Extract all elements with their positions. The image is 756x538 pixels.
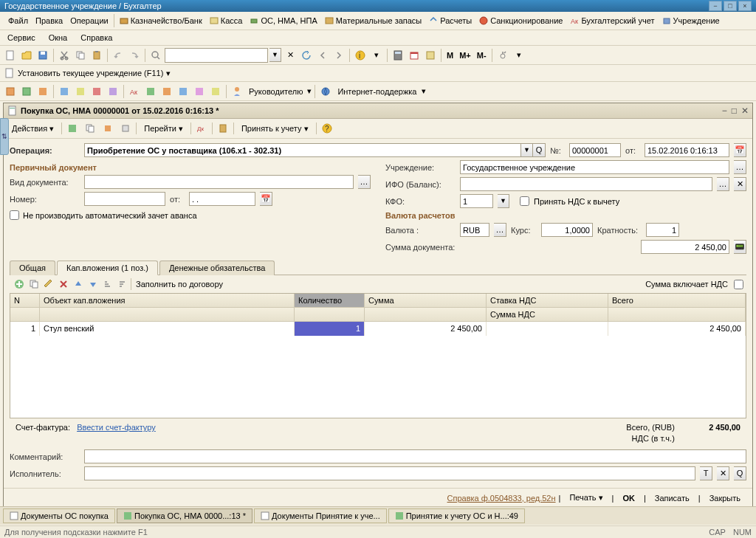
nds-checkbox[interactable] bbox=[520, 196, 529, 206]
report13-icon[interactable] bbox=[208, 84, 223, 99]
menu-service[interactable]: Сервис bbox=[4, 32, 38, 44]
maximize-button[interactable]: □ bbox=[724, 1, 737, 11]
open-icon[interactable] bbox=[19, 48, 34, 63]
doc-minimize[interactable]: − bbox=[722, 106, 727, 116]
executor-t[interactable]: T bbox=[700, 466, 712, 480]
ref-link[interactable]: Справка ф.0504833, ред.52н bbox=[447, 494, 556, 503]
report8-icon[interactable]: Ак bbox=[127, 84, 142, 99]
task-2[interactable]: Покупка ОС, НМА 0000...:13 * bbox=[117, 508, 252, 523]
copy-icon[interactable] bbox=[73, 48, 88, 63]
grid-delete-icon[interactable] bbox=[57, 277, 70, 291]
doc-type-input[interactable] bbox=[84, 175, 354, 189]
copy-doc-icon[interactable] bbox=[83, 121, 97, 136]
col-sum[interactable]: Сумма bbox=[365, 294, 487, 308]
goto-button[interactable]: Перейти ▾ bbox=[140, 123, 188, 135]
support-dropdown[interactable]: ▾ bbox=[422, 86, 426, 96]
cell-vat[interactable] bbox=[487, 322, 608, 336]
menu-help[interactable]: Справка bbox=[78, 32, 115, 44]
task-4[interactable]: Принятие к учету ОС и Н...:49 bbox=[388, 508, 525, 523]
doc-type-select[interactable]: … bbox=[358, 175, 371, 189]
set-institution-dropdown[interactable]: ▾ bbox=[166, 69, 171, 78]
num-input[interactable] bbox=[569, 143, 621, 157]
leader-button[interactable]: Руководителю bbox=[246, 87, 306, 96]
nav-fwd-icon[interactable] bbox=[331, 48, 346, 63]
menu-calc[interactable]: Расчеты bbox=[425, 14, 475, 27]
report5-icon[interactable] bbox=[73, 84, 88, 99]
menu-os[interactable]: ОС, НМА, НПА bbox=[246, 14, 320, 27]
grid-sort-desc-icon[interactable] bbox=[116, 277, 129, 291]
from-date-input[interactable] bbox=[189, 192, 255, 206]
tab-money[interactable]: Денежные обязательства bbox=[159, 261, 275, 275]
inst-select[interactable]: … bbox=[734, 160, 746, 174]
menu-edit[interactable]: Правка bbox=[32, 14, 66, 27]
memory-m-plus[interactable]: М+ bbox=[457, 51, 473, 60]
menu-treasury[interactable]: Казначейство/Банк bbox=[116, 14, 206, 27]
side-panel-toggle[interactable]: ⇅ bbox=[0, 118, 9, 155]
operation-input[interactable] bbox=[84, 143, 521, 157]
menu-cash[interactable]: Касса bbox=[206, 14, 247, 27]
report12-icon[interactable] bbox=[192, 84, 207, 99]
sf-link[interactable]: Ввести счет-фактуру bbox=[77, 423, 156, 432]
calendar-icon[interactable] bbox=[407, 48, 422, 63]
leader-dropdown[interactable]: ▾ bbox=[307, 86, 312, 96]
doc-maximize[interactable]: □ bbox=[732, 106, 737, 116]
menu-institution[interactable]: Учреждение bbox=[659, 14, 724, 27]
minimize-button[interactable]: − bbox=[709, 1, 722, 11]
report2-icon[interactable] bbox=[19, 84, 34, 99]
doc-close[interactable]: ✕ bbox=[741, 106, 749, 116]
ifo-clear[interactable]: ✕ bbox=[734, 177, 746, 191]
menu-operations[interactable]: Операции bbox=[66, 14, 111, 27]
undo-icon[interactable] bbox=[111, 48, 126, 63]
set-institution-link[interactable]: Установить текущее учреждение (F11) bbox=[18, 69, 163, 77]
help-icon[interactable]: ? bbox=[320, 121, 334, 136]
date-picker[interactable]: 📅 bbox=[734, 143, 746, 157]
stamp-icon[interactable] bbox=[100, 121, 115, 136]
incl-nds-checkbox[interactable] bbox=[734, 280, 743, 289]
new-doc-icon[interactable] bbox=[3, 48, 18, 63]
memory-m[interactable]: М bbox=[444, 51, 456, 60]
settings-dropdown[interactable]: ▾ bbox=[512, 48, 526, 63]
search-dropdown[interactable]: ▼ bbox=[269, 48, 281, 62]
save-icon[interactable] bbox=[35, 48, 50, 63]
accept-button[interactable]: Принять к учету ▾ bbox=[237, 123, 313, 135]
cell-n[interactable]: 1 bbox=[10, 322, 40, 336]
dk-icon[interactable]: Дк bbox=[194, 121, 209, 136]
task-1[interactable]: Документы ОС покупка bbox=[3, 508, 115, 523]
report6-icon[interactable] bbox=[89, 84, 104, 99]
executor-open[interactable]: Q bbox=[734, 466, 746, 480]
clear-search-icon[interactable]: ✕ bbox=[283, 48, 298, 63]
currency-select[interactable]: … bbox=[494, 223, 506, 237]
memory-m-minus[interactable]: М- bbox=[475, 51, 489, 60]
kfo-input[interactable] bbox=[460, 194, 493, 208]
tab-cap[interactable]: Кап.вложения (1 поз.) bbox=[57, 261, 158, 275]
doc-sum-calc[interactable]: 📟 bbox=[734, 240, 746, 254]
grid-copy-icon[interactable] bbox=[27, 277, 41, 291]
print-button[interactable]: Печать ▾ bbox=[563, 492, 608, 504]
doc-sum-input[interactable] bbox=[641, 240, 729, 254]
tab-general[interactable]: Общая bbox=[10, 261, 55, 275]
info-icon[interactable]: i bbox=[353, 48, 368, 63]
col-n[interactable]: N bbox=[10, 294, 40, 308]
no-auto-checkbox[interactable] bbox=[10, 210, 19, 220]
report3-icon[interactable] bbox=[35, 84, 50, 99]
menu-file[interactable]: Файл bbox=[4, 14, 32, 27]
col-obj[interactable]: Объект кап.вложения bbox=[40, 294, 295, 308]
redo-icon[interactable] bbox=[127, 48, 142, 63]
kfo-dropdown[interactable]: ▼ bbox=[498, 194, 509, 208]
menu-windows[interactable]: Окна bbox=[46, 32, 71, 44]
grid-down-icon[interactable] bbox=[86, 277, 100, 291]
cell-total[interactable]: 2 450,00 bbox=[608, 322, 746, 336]
close-button[interactable]: × bbox=[738, 1, 752, 11]
grid-up-icon[interactable] bbox=[72, 277, 85, 291]
save-button[interactable]: Записать bbox=[649, 492, 695, 504]
date-input[interactable] bbox=[645, 143, 729, 157]
cell-obj[interactable]: Стул венский bbox=[40, 322, 295, 336]
ifo-select[interactable]: … bbox=[717, 177, 729, 191]
currency-input[interactable] bbox=[460, 223, 489, 237]
comment-input[interactable] bbox=[84, 449, 746, 463]
col-vat-rate[interactable]: Ставка НДС bbox=[487, 294, 608, 308]
actions-button[interactable]: Действия ▾ bbox=[7, 123, 58, 135]
calc-icon[interactable] bbox=[391, 48, 405, 63]
operation-clear[interactable]: Q bbox=[533, 143, 546, 157]
clipboard-icon[interactable] bbox=[216, 121, 230, 136]
